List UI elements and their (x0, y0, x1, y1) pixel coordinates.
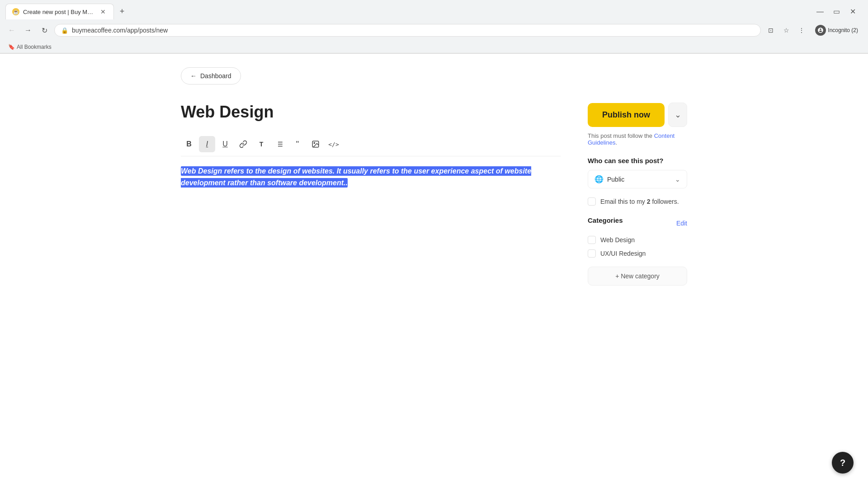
tab-title: Create new post | Buy Me a Coff (23, 9, 95, 15)
forward-nav-button[interactable]: → (22, 24, 34, 37)
code-button[interactable]: </> (326, 136, 342, 152)
page-content: ← Dashboard Web Design B I U T (0, 54, 868, 488)
cast-icon[interactable]: ⊡ (764, 24, 777, 37)
post-title[interactable]: Web Design (181, 103, 561, 122)
browser-chrome: ☕ Create new post | Buy Me a Coff ✕ + — … (0, 0, 868, 54)
category-item-web-design: Web Design (588, 236, 687, 244)
bookmark-star-icon[interactable]: ☆ (780, 24, 793, 37)
incognito-label: Incognito (2) (828, 27, 858, 33)
browser-toolbar: ← → ↻ 🔒 buymeacoffee.com/app/posts/new ⊡… (0, 19, 868, 41)
browser-titlebar: ☕ Create new post | Buy Me a Coff ✕ + — … (0, 0, 868, 19)
back-nav-button[interactable]: ← (5, 24, 18, 37)
window-controls: — ▭ ✕ (814, 5, 859, 18)
visibility-option: Public (607, 176, 671, 183)
italic-button[interactable]: I (199, 136, 215, 152)
email-checkbox[interactable] (588, 197, 596, 206)
email-label: Email this to my 2 followers. (600, 198, 679, 205)
browser-toolbar-icons: ⊡ ☆ ⋮ Incognito (2) (764, 23, 863, 38)
bookmarks-bar: 🔖 All Bookmarks (0, 41, 868, 53)
close-button[interactable]: ✕ (846, 5, 859, 18)
active-tab[interactable]: ☕ Create new post | Buy Me a Coff ✕ (5, 4, 114, 19)
tab-bar: ☕ Create new post | Buy Me a Coff ✕ + (5, 4, 128, 19)
who-can-see-title: Who can see this post? (588, 157, 687, 164)
sidebar: Publish now ⌄ This post must follow the … (588, 103, 687, 286)
format-toolbar: B I U T " </> (181, 132, 561, 156)
main-layout: Web Design B I U T " (181, 103, 687, 292)
incognito-avatar (815, 25, 826, 36)
editor-paragraph: Web Design refers to the design of websi… (181, 165, 561, 189)
lock-icon: 🔒 (61, 27, 68, 34)
image-button[interactable] (307, 136, 324, 152)
bold-button[interactable]: B (181, 136, 197, 152)
minimize-button[interactable]: — (814, 5, 826, 18)
email-followers-row: Email this to my 2 followers. (588, 197, 687, 206)
bookmarks-bar-item[interactable]: 🔖 All Bookmarks (5, 43, 54, 51)
quote-button[interactable]: " (289, 136, 306, 152)
link-button[interactable] (235, 136, 251, 152)
edit-categories-link[interactable]: Edit (676, 220, 687, 227)
categories-header: Categories Edit (588, 216, 687, 230)
categories-title: Categories (588, 216, 623, 224)
browser-menu-icon[interactable]: ⋮ (795, 24, 808, 37)
editor-area: Web Design B I U T " (181, 103, 561, 292)
category-label-web-design: Web Design (600, 236, 635, 244)
new-category-button[interactable]: + New category (588, 267, 687, 286)
underline-button[interactable]: U (217, 136, 233, 152)
globe-icon: 🌐 (594, 175, 604, 183)
new-tab-button[interactable]: + (116, 5, 128, 18)
category-label-ux-ui: UX/UI Redesign (600, 250, 646, 257)
svg-point-7 (314, 142, 315, 143)
dashboard-back-button[interactable]: ← Dashboard (181, 67, 241, 84)
back-button-label: Dashboard (200, 72, 231, 80)
list-button[interactable] (271, 136, 288, 152)
heading-button[interactable]: T (253, 136, 269, 152)
address-bar[interactable]: 🔒 buymeacoffee.com/app/posts/new (54, 24, 761, 37)
restore-button[interactable]: ▭ (830, 5, 843, 18)
guidelines-text: This post must follow the Content Guidel… (588, 132, 687, 146)
category-item-ux-ui: UX/UI Redesign (588, 249, 687, 258)
incognito-button[interactable]: Incognito (2) (811, 23, 863, 38)
bookmarks-bar-label: All Bookmarks (17, 44, 52, 50)
help-button[interactable]: ? (832, 452, 854, 474)
tab-close-button[interactable]: ✕ (99, 8, 107, 16)
bookmark-folder-icon: 🔖 (8, 44, 15, 50)
visibility-select[interactable]: 🌐 Public ⌄ (588, 170, 687, 188)
publish-now-button[interactable]: Publish now (588, 103, 665, 127)
select-chevron-icon: ⌄ (675, 176, 680, 183)
page-inner: ← Dashboard Web Design B I U T (163, 54, 705, 305)
category-checkbox-web-design[interactable] (588, 236, 596, 244)
publish-dropdown-button[interactable]: ⌄ (668, 103, 687, 127)
url-text: buymeacoffee.com/app/posts/new (72, 27, 754, 34)
chevron-down-icon: ⌄ (675, 110, 681, 120)
tab-favicon: ☕ (12, 8, 19, 15)
refresh-button[interactable]: ↻ (38, 24, 51, 37)
publish-row: Publish now ⌄ (588, 103, 687, 127)
editor-content[interactable]: Web Design refers to the design of websi… (181, 156, 561, 292)
category-checkbox-ux-ui[interactable] (588, 249, 596, 258)
back-arrow-icon: ← (190, 72, 197, 80)
selected-text: Web Design refers to the design of websi… (181, 166, 531, 188)
